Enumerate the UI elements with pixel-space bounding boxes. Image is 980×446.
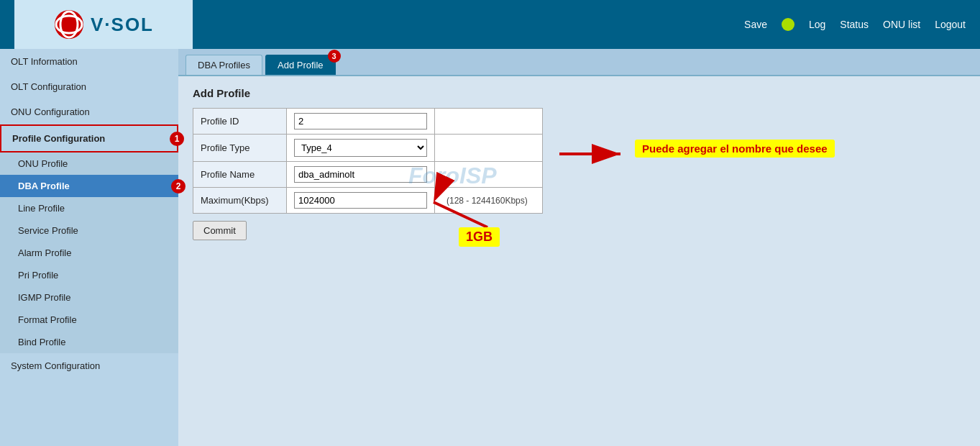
tab-badge-3: 3 [328,50,341,63]
sidebar-item-system-config[interactable]: System Configuration [0,353,178,378]
profile-type-select[interactable]: Type_1 Type_2 Type_3 Type_4 Type_5 [294,139,427,157]
form-area: Add Profile Profile ID Profile Type [178,76,980,251]
log-link[interactable]: Log [809,19,825,30]
profile-name-input[interactable] [294,166,427,183]
sidebar-item-profile-config[interactable]: Profile Configuration 1 [0,124,178,153]
tab-dba-profiles[interactable]: DBA Profiles [186,55,262,75]
tab-add-profile[interactable]: Add Profile 3 [265,55,336,75]
tooltip-text-1gb: 1GB [459,227,500,247]
maximum-kbps-input[interactable] [294,192,427,209]
app-header: V·SOL Save Log Status ONU list Logout [0,0,980,49]
profile-type-input-cell: Type_1 Type_2 Type_3 Type_4 Type_5 [287,135,435,162]
sidebar: OLT Information OLT Configuration ONU Co… [0,49,178,446]
sidebar-item-alarm-profile[interactable]: Alarm Profile [0,242,178,264]
onu-list-link[interactable]: ONU list [883,19,920,30]
sidebar-item-line-profile[interactable]: Line Profile [0,197,178,219]
profile-name-tooltip: Puede agregar el nombre que desee [635,140,835,158]
sidebar-item-format-profile[interactable]: Format Profile [0,309,178,331]
sidebar-item-bind-profile[interactable]: Bind Profile [0,331,178,353]
tooltip-text-name: Puede agregar el nombre que desee [635,140,835,158]
profile-form-table: Profile ID Profile Type Type_1 Type_2 [193,108,543,214]
form-row-maximum-kbps: Maximum(Kbps) (128 - 1244160Kbps) [193,188,543,214]
content-inner: Add Profile Profile ID Profile Type [178,76,980,446]
sidebar-item-olt-info[interactable]: OLT Information [0,49,178,74]
sidebar-item-olt-config[interactable]: OLT Configuration [0,74,178,99]
status-link[interactable]: Status [840,19,869,30]
header-right: Save Log Status ONU list Logout [744,18,966,31]
sidebar-item-igmp-profile[interactable]: IGMP Profile [0,286,178,309]
profile-name-input-cell [287,162,435,188]
maximum-kbps-hint-cell: (128 - 1244160Kbps) [435,188,543,214]
profile-id-input-cell [287,109,435,135]
1gb-tooltip: 1GB [459,227,500,247]
profile-name-arrow-cell [435,162,543,188]
form-row-profile-id: Profile ID [193,109,543,135]
profile-id-input[interactable] [294,113,427,129]
profile-id-extra [435,109,543,135]
tabs-bar: DBA Profiles Add Profile 3 [178,49,980,76]
sidebar-item-onu-config[interactable]: ONU Configuration [0,99,178,124]
commit-button[interactable]: Commit [193,221,247,240]
maximum-kbps-input-cell [287,188,435,214]
sidebar-item-pri-profile[interactable]: Pri Profile [0,264,178,286]
content-area: DBA Profiles Add Profile 3 Add Profile P… [178,49,980,446]
main-layout: OLT Information OLT Configuration ONU Co… [0,49,980,446]
logo-area: V·SOL [14,0,193,49]
sidebar-item-service-profile[interactable]: Service Profile [0,219,178,242]
sidebar-item-onu-profile[interactable]: ONU Profile [0,153,178,175]
sidebar-item-dba-profile[interactable]: DBA Profile 2 [0,175,178,197]
profile-id-label: Profile ID [193,109,287,135]
profile-name-label: Profile Name [193,162,287,188]
status-indicator [782,18,794,31]
maximum-kbps-label: Maximum(Kbps) [193,188,287,214]
form-row-profile-name: Profile Name [193,162,543,188]
vsol-logo-icon [53,9,85,40]
form-title: Add Profile [193,87,966,99]
logout-link[interactable]: Logout [935,19,966,30]
save-label: Save [744,19,767,30]
sidebar-sub-menu: ONU Profile DBA Profile 2 Line Profile S… [0,153,178,353]
svg-point-0 [55,10,83,39]
form-row-profile-type: Profile Type Type_1 Type_2 Type_3 Type_4… [193,135,543,162]
kbps-range-hint: (128 - 1244160Kbps) [447,196,528,206]
logo-text: V·SOL [91,14,154,36]
profile-type-extra [435,135,543,162]
profile-type-label: Profile Type [193,135,287,162]
